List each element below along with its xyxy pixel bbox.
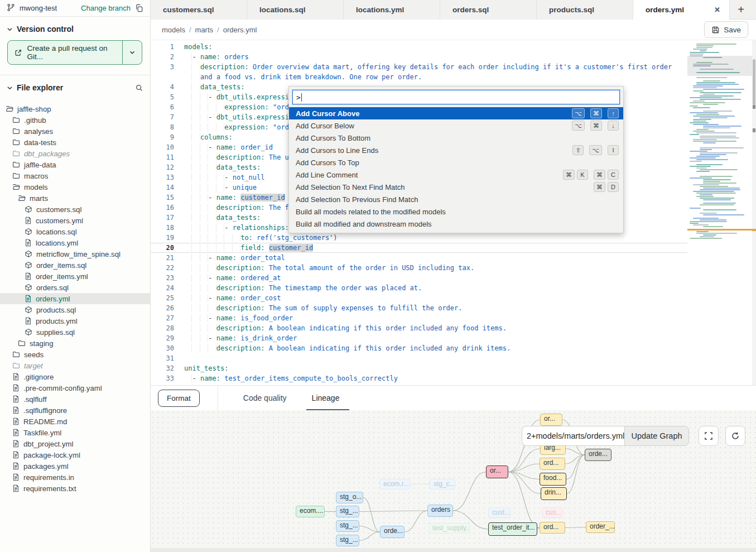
file-explorer-item-macros[interactable]: macros: [0, 170, 150, 181]
palette-item-add-selection-to-previous-find-match[interactable]: Add Selection To Previous Find Match: [289, 193, 623, 205]
code-line[interactable]: 1models:: [151, 42, 687, 52]
lineage-node-stg_2[interactable]: stg_...: [336, 520, 359, 532]
lineage-node-ecom[interactable]: ecom....: [296, 506, 325, 517]
lineage-node-ecom_r_f[interactable]: ecom.r...: [379, 479, 411, 489]
tab-orders.yml[interactable]: orders.yml✕: [633, 0, 730, 20]
palette-item-add-cursor-below[interactable]: Add Cursor Below⌥⌘↓: [289, 119, 623, 132]
file-explorer-item-package-lock.yml[interactable]: package-lock.yml: [0, 449, 150, 460]
palette-item-add-cursors-to-top[interactable]: Add Cursors To Top: [289, 156, 623, 169]
lineage-filter-input[interactable]: 2+models/marts/orders.yml+: [522, 426, 624, 446]
code-line[interactable]: 21 - name: order_total: [151, 253, 687, 263]
code-line[interactable]: 3 description: Order overview data mart,…: [151, 62, 687, 72]
file-explorer-item-supplies.sql[interactable]: supplies.sql: [0, 327, 150, 338]
tab-locations.yml[interactable]: locations.yml: [344, 0, 440, 20]
file-explorer-item-.sqlfluffignore[interactable]: .sqlfluffignore: [0, 405, 150, 416]
palette-item-add-line-comment[interactable]: Add Line Comment⌘K⌘C: [289, 169, 623, 181]
code-line[interactable]: 31: [151, 353, 687, 363]
code-editor[interactable]: 1models:2 - name: orders3 description: O…: [151, 40, 756, 385]
bottom-tab-code-quality[interactable]: Code quality: [243, 386, 287, 411]
lineage-node-or_pink[interactable]: or...: [486, 465, 508, 478]
file-explorer-item-requirements.txt[interactable]: requirements.txt: [0, 483, 150, 494]
lineage-canvas[interactable]: 2+models/marts/orders.yml+ Update Graph …: [151, 410, 756, 548]
lineage-node-test_supply_f[interactable]: test_supply...: [428, 523, 470, 534]
command-palette-input[interactable]: >: [292, 90, 620, 104]
code-line[interactable]: 19 to: ref('stg_customers'): [151, 233, 687, 243]
lineage-node-stg_3[interactable]: stg_...: [336, 535, 359, 546]
palette-item-build-all-modified-and-downstream-models[interactable]: Build all modified and downstream models: [289, 218, 623, 230]
lineage-node-cust_f[interactable]: cust...: [488, 507, 511, 518]
minimap-viewport[interactable]: [687, 56, 752, 76]
code-line[interactable]: 20 field: customer_id: [151, 243, 687, 253]
lineage-node-ord_b[interactable]: ord...: [540, 522, 565, 534]
code-line[interactable]: 26 description: The sum of supply expens…: [151, 303, 687, 313]
editor-scrollbar[interactable]: [752, 40, 756, 385]
file-explorer-item-seeds[interactable]: seeds: [0, 349, 150, 360]
code-line[interactable]: 2 - name: orders: [151, 52, 687, 62]
new-tab-button[interactable]: +: [730, 0, 752, 19]
file-explorer-item-target[interactable]: target: [0, 360, 150, 371]
file-explorer-item-models[interactable]: models: [0, 181, 150, 193]
palette-item-add-cursor-above[interactable]: Add Cursor Above⌥⌘↑: [289, 107, 623, 119]
code-line[interactable]: 27 - name: is_food_order: [151, 313, 687, 323]
file-explorer-item-orders.yml[interactable]: orders.yml: [0, 293, 150, 304]
file-explorer-item-customers.sql[interactable]: customers.sql: [0, 204, 150, 215]
palette-item-add-cursors-to-line-ends[interactable]: Add Cursors to Line Ends⇧⌥I: [289, 144, 623, 156]
file-explorer-item-locations.yml[interactable]: locations.yml: [0, 237, 150, 248]
palette-item-add-cursors-to-bottom[interactable]: Add Cursors To Bottom: [289, 132, 623, 144]
code-line[interactable]: 22 description: The total amount of the …: [151, 263, 687, 273]
pr-dropdown-caret[interactable]: [123, 41, 142, 64]
file-explorer-item-order_items.sql[interactable]: order_items.sql: [0, 260, 150, 271]
code-line[interactable]: 23 - name: ordered_at: [151, 273, 687, 283]
lineage-node-or_top[interactable]: or...: [540, 414, 562, 426]
file-explorer-item-metricflow_time_spine.sql[interactable]: metricflow_time_spine.sql: [0, 248, 150, 260]
lineage-node-order_tail[interactable]: order_...: [586, 521, 615, 533]
file-explorer-item-jaffle-shop[interactable]: jaffle-shop: [0, 103, 150, 114]
file-explorer-item-README.md[interactable]: README.md: [0, 416, 150, 427]
code-line[interactable]: 30 description: A boolean indicating if …: [151, 343, 687, 353]
code-line[interactable]: 32unit_tests:: [151, 363, 687, 373]
copy-icon[interactable]: [135, 4, 143, 12]
file-explorer-item-locations.sql[interactable]: locations.sql: [0, 226, 150, 237]
file-explorer-item-.sqlfluff[interactable]: .sqlfluff: [0, 393, 150, 405]
lineage-node-stg_c_f[interactable]: stg_c...: [430, 479, 455, 489]
scrollbar-thumb[interactable]: [753, 59, 755, 105]
code-line[interactable]: 29 - name: is_drink_order: [151, 333, 687, 343]
lineage-node-drin[interactable]: drin...: [541, 487, 567, 500]
file-explorer-item-customers.yml[interactable]: customers.yml: [0, 215, 150, 226]
file-explorer-item-staging[interactable]: staging: [0, 338, 150, 349]
code-line[interactable]: 33 - name: test_order_items_compute_to_b…: [151, 373, 687, 383]
file-explorer-item-dbt_project.yml[interactable]: dbt_project.yml: [0, 438, 150, 449]
refresh-button[interactable]: [725, 426, 745, 446]
tab-customers.sql[interactable]: customers.sql: [151, 0, 247, 20]
fullscreen-button[interactable]: [699, 426, 719, 446]
file-explorer-item-marts[interactable]: marts: [0, 193, 150, 204]
file-explorer-item-requirements.in[interactable]: requirements.in: [0, 472, 150, 483]
breadcrumb-part[interactable]: models: [162, 26, 185, 34]
breadcrumb-part[interactable]: orders.yml: [223, 26, 257, 34]
lineage-node-ord_a[interactable]: ord...: [540, 458, 565, 470]
code-line[interactable]: 28 description: A boolean indicating if …: [151, 323, 687, 333]
code-line[interactable]: 24 description: The timestamp the order …: [151, 283, 687, 293]
file-explorer-header[interactable]: File explorer: [0, 75, 150, 97]
create-pr-button[interactable]: Create a pull request on Git...: [7, 40, 142, 65]
file-explorer-item-.pre-commit-config.yaml[interactable]: .pre-commit-config.yaml: [0, 382, 150, 393]
lineage-node-orde_mid[interactable]: orde...: [380, 526, 405, 538]
save-button[interactable]: Save: [704, 21, 748, 38]
bottom-tab-lineage[interactable]: Lineage: [312, 386, 340, 411]
lineage-node-orde_gray[interactable]: orde...: [585, 449, 611, 461]
palette-item-build-all-models-related-to-the-modified-models[interactable]: Build all models related to the modified…: [289, 205, 623, 218]
file-explorer-item-analyses[interactable]: analyses: [0, 126, 150, 137]
lineage-node-orders[interactable]: orders: [427, 505, 453, 517]
format-button[interactable]: Format: [158, 390, 200, 407]
search-icon[interactable]: [135, 84, 143, 92]
palette-item-add-selection-to-next-find-match[interactable]: Add Selection To Next Find Match⌘D: [289, 181, 623, 193]
lineage-node-stg_o[interactable]: stg_o...: [336, 492, 363, 503]
lineage-node-test_order[interactable]: test_order_it...: [488, 522, 537, 536]
tab-locations.sql[interactable]: locations.sql: [247, 0, 344, 20]
update-graph-button[interactable]: Update Graph: [624, 426, 689, 446]
file-explorer-item-.gitignore[interactable]: .gitignore: [0, 371, 150, 382]
breadcrumb-part[interactable]: marts: [195, 26, 214, 34]
lineage-node-stg_1[interactable]: stg_...: [336, 506, 359, 517]
file-explorer-item-packages.yml[interactable]: packages.yml: [0, 460, 150, 472]
minimap[interactable]: [687, 40, 752, 385]
